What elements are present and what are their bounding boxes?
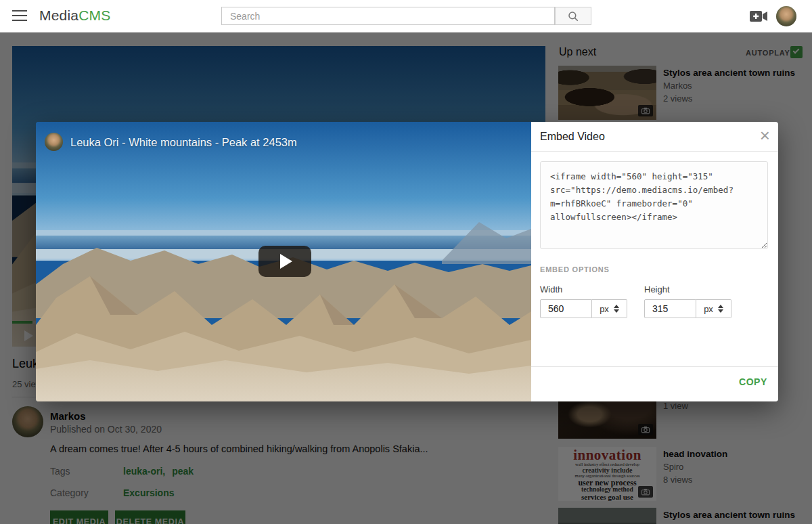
spinner-arrows-icon[interactable] — [718, 305, 723, 313]
embed-options-panel: Embed Video × <iframe width="560" height… — [531, 122, 778, 401]
close-icon[interactable]: × — [760, 125, 770, 148]
spinner-arrows-icon[interactable] — [614, 305, 619, 313]
height-unit-select[interactable]: px — [696, 299, 731, 318]
upload-video-icon[interactable] — [750, 9, 768, 23]
user-avatar[interactable] — [776, 6, 796, 26]
embed-code-textarea[interactable]: <iframe width="560" height="315" src="ht… — [540, 161, 768, 249]
width-unit-select[interactable]: px — [592, 299, 627, 318]
logo-cms: CMS — [78, 7, 110, 23]
magnifier-icon — [567, 10, 579, 22]
width-input[interactable] — [540, 299, 592, 318]
channel-avatar[interactable] — [45, 133, 63, 151]
width-label: Width — [540, 284, 562, 294]
preview-video-title: Leuka Ori - White mountains - Peak at 24… — [70, 136, 297, 149]
divider — [531, 366, 778, 367]
logo[interactable]: MediaCMS — [39, 7, 110, 24]
dialog-title: Embed Video — [540, 131, 605, 143]
embed-options-label: EMBED OPTIONS — [540, 265, 610, 274]
top-bar: MediaCMS — [0, 0, 812, 32]
logo-media: Media — [39, 7, 78, 23]
play-triangle-icon — [280, 254, 292, 269]
copy-button[interactable]: COPY — [739, 376, 767, 387]
unit-value: px — [600, 304, 609, 314]
hamburger-menu-icon[interactable] — [12, 10, 27, 21]
unit-value: px — [704, 304, 713, 314]
embed-video-dialog: Leuka Ori - White mountains - Peak at 24… — [36, 122, 778, 401]
height-label: Height — [644, 284, 670, 294]
play-button[interactable] — [258, 246, 311, 277]
search-button[interactable] — [555, 7, 591, 25]
embed-preview-player[interactable]: Leuka Ori - White mountains - Peak at 24… — [36, 122, 531, 401]
search-input[interactable] — [221, 7, 555, 25]
divider — [531, 151, 778, 152]
height-input[interactable] — [644, 299, 696, 318]
